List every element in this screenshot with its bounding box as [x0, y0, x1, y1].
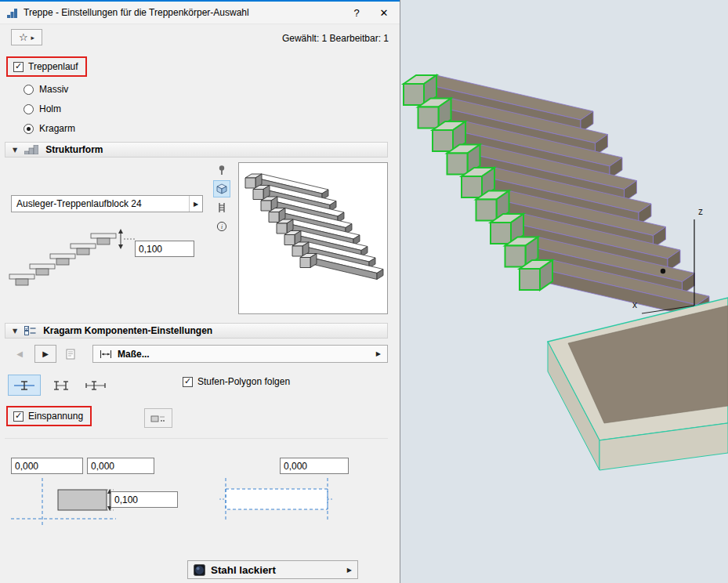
edit-component-button[interactable] — [61, 345, 80, 363]
elevation-view-button[interactable] — [213, 199, 230, 216]
stair-dialog-icon — [6, 7, 18, 19]
component-dropdown-value: Ausleger-Treppenlaufblock 24 — [12, 198, 189, 209]
titlebar[interactable]: Treppe - Einstellungen für die Treppenkö… — [0, 0, 400, 24]
flyout-arrow-icon: ▸ — [31, 34, 35, 42]
radio-circle-kragarm — [24, 124, 34, 134]
strukturform-icon — [24, 145, 38, 154]
treppenlauf-checkbox[interactable] — [13, 62, 24, 72]
profile-option-capped-button[interactable] — [80, 375, 111, 396]
radio-label-kragarm: Kragarm — [39, 123, 75, 134]
profile-fixed-icon — [13, 379, 35, 392]
info-button[interactable]: i — [213, 218, 230, 235]
steps-thickness-diagram — [6, 226, 139, 292]
viewport-3d[interactable]: z x — [400, 0, 728, 583]
favorites-button[interactable]: ☆ ▸ — [11, 29, 42, 45]
window-title: Treppe - Einstellungen für die Treppenkö… — [24, 7, 340, 18]
offset-mid-field[interactable] — [87, 458, 154, 474]
selection-info: Gewählt: 1 Bearbeitbar: 1 — [282, 33, 389, 44]
cube-3d-icon — [216, 183, 227, 194]
previous-component-button[interactable]: ◀ — [9, 345, 30, 363]
komponenten-title: Kragarm Komponenten-Einstellungen — [43, 325, 212, 336]
popup-arrow-icon: ▶ — [189, 196, 202, 212]
radio-label-holm: Holm — [39, 103, 61, 114]
masse-dropdown[interactable]: Maße... ▶ — [92, 345, 388, 363]
edit-form-icon — [66, 349, 75, 360]
star-icon: ☆ — [19, 32, 28, 42]
pin-icon — [216, 165, 227, 176]
thickness-field[interactable] — [135, 241, 194, 257]
help-button[interactable]: ? — [346, 2, 368, 23]
einspannung-group[interactable]: Einspannung — [6, 406, 92, 426]
outline-section-diagram — [218, 476, 335, 528]
stair-settings-dialog: Treppe - Einstellungen für die Treppenkö… — [0, 0, 400, 583]
radio-kragarm[interactable]: Kragarm — [24, 122, 75, 135]
fixing-profile-picker-button[interactable] — [144, 408, 172, 428]
checklist-icon — [24, 326, 36, 335]
ladder-icon — [216, 202, 227, 213]
material-sphere-icon — [194, 564, 205, 576]
next-component-button[interactable]: ▶ — [34, 345, 56, 363]
collapse-triangle-icon[interactable]: ▼ — [13, 147, 17, 154]
masse-label: Maße... — [118, 349, 150, 360]
offset-right-field[interactable] — [280, 458, 349, 474]
material-label: Stahl lackiert — [211, 564, 276, 576]
stufen-polygon-checkbox-row[interactable]: Stufen-Polygon folgen — [183, 376, 290, 387]
axis-x-label: x — [632, 299, 637, 310]
svg-text:i: i — [221, 223, 223, 230]
dimension-icon — [100, 349, 112, 359]
profile-option-fixed-button[interactable] — [8, 375, 41, 396]
stufen-polygon-checkbox[interactable] — [183, 377, 193, 387]
profile-double-icon — [50, 379, 72, 392]
radio-label-massiv: Massiv — [39, 84, 68, 95]
collapse-triangle-icon[interactable]: ▼ — [13, 328, 17, 335]
height-field[interactable] — [110, 491, 178, 508]
treppenlauf-group[interactable]: Treppenlauf — [6, 56, 87, 77]
popup-arrow-icon: ▶ — [376, 350, 381, 357]
radio-holm[interactable]: Holm — [24, 103, 61, 115]
stufen-polygon-label: Stufen-Polygon folgen — [197, 376, 290, 387]
close-button[interactable]: ✕ — [373, 2, 395, 23]
einspannung-checkbox[interactable] — [13, 411, 24, 422]
strukturform-header[interactable]: ▼ Strukturform — [5, 142, 388, 158]
plan-view-button[interactable] — [213, 161, 230, 179]
fixing-profile-icon — [150, 414, 166, 423]
komponenten-header[interactable]: ▼ Kragarm Komponenten-Einstellungen — [5, 323, 388, 339]
radio-circle-holm — [24, 104, 34, 114]
structure-preview-image — [238, 162, 388, 314]
material-button[interactable]: Stahl lackiert ▶ — [187, 560, 358, 579]
profile-option-double-button[interactable] — [45, 375, 77, 396]
divider — [5, 438, 388, 439]
view-3d-button[interactable] — [213, 180, 230, 197]
radio-circle-massiv — [24, 85, 34, 95]
einspannung-label: Einspannung — [28, 411, 83, 422]
viewport-3d-svg[interactable] — [400, 0, 728, 583]
treppenlauf-label: Treppenlauf — [28, 61, 78, 72]
profile-capped-icon — [85, 379, 107, 392]
strukturform-title: Strukturform — [45, 144, 103, 155]
radio-massiv[interactable]: Massiv — [24, 83, 68, 96]
offset-left-field[interactable] — [11, 458, 83, 474]
component-dropdown[interactable]: Ausleger-Treppenlaufblock 24 ▶ — [11, 195, 203, 212]
axis-z-label: z — [698, 206, 703, 217]
popup-arrow-icon: ▶ — [347, 567, 352, 574]
info-icon: i — [216, 221, 227, 232]
